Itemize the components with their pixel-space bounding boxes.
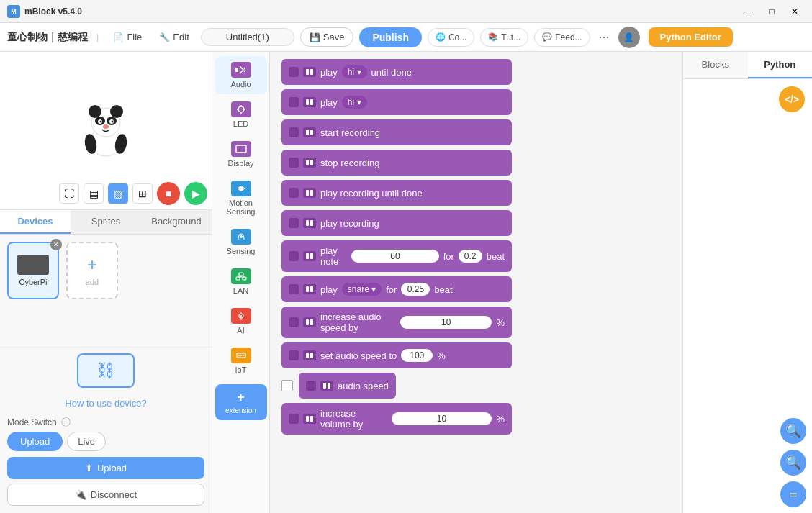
- feedback-button[interactable]: 💬 Feed...: [534, 28, 590, 47]
- category-lan[interactable]: LAN: [215, 263, 267, 301]
- svg-rect-24: [236, 277, 240, 280]
- display-icon: [231, 141, 251, 157]
- svg-rect-37: [306, 69, 309, 75]
- svg-rect-41: [306, 130, 309, 135]
- mode-switch-help[interactable]: ⓘ: [61, 416, 71, 429]
- category-iot[interactable]: IoT: [215, 342, 267, 380]
- add-extension-button[interactable]: + extension: [215, 384, 267, 420]
- block-increase-audio-speed[interactable]: increase audio speed by %: [281, 307, 512, 338]
- category-audio[interactable]: Audio: [215, 56, 267, 94]
- play-recording-label: play recording: [320, 218, 379, 229]
- block-audio-speed[interactable]: audio speed: [299, 373, 396, 399]
- category-ai[interactable]: AI: [215, 302, 267, 340]
- how-to-use-link[interactable]: How to use device?: [7, 398, 204, 409]
- block-increase-volume[interactable]: increase volume by %: [281, 403, 512, 435]
- volume-increase-input[interactable]: [392, 412, 492, 425]
- grid-layout-btn[interactable]: ⊞: [132, 183, 153, 204]
- block-icon-10: [303, 350, 316, 360]
- go-button[interactable]: ▶: [184, 182, 207, 205]
- tab-background[interactable]: Background: [141, 210, 212, 234]
- zoom-out-button[interactable]: 🔍: [780, 450, 806, 476]
- small-layout-btn[interactable]: ▤: [84, 183, 104, 204]
- file-menu[interactable]: 📄 File: [107, 29, 148, 45]
- lan-icon: [231, 268, 251, 284]
- project-name-input[interactable]: [201, 28, 294, 46]
- snare-beat-label: beat: [434, 284, 452, 295]
- svg-point-3: [110, 105, 123, 118]
- close-button[interactable]: ✕: [785, 4, 805, 19]
- menubar: 童心制物｜慈编程 | 📄 File 🔧 Edit 💾 Save Publish …: [0, 23, 812, 52]
- start-recording-label: start recording: [320, 127, 380, 138]
- publish-button[interactable]: Publish: [359, 27, 422, 47]
- main-area: ⛶ ▤ ▨ ⊞ ■ ▶ Devices Sprites Background: [0, 52, 812, 513]
- block-start-recording[interactable]: start recording: [281, 119, 512, 145]
- add-label: add: [86, 278, 99, 286]
- more-button[interactable]: ···: [596, 29, 613, 45]
- tab-devices[interactable]: Devices: [0, 210, 71, 234]
- snare-dropdown[interactable]: snare ▾: [342, 283, 382, 296]
- right-tools: 🔍 🔍 ＝: [683, 412, 812, 513]
- play-hi-dropdown[interactable]: hi ▾: [342, 65, 367, 78]
- block-play-recording-until[interactable]: play recording until done: [281, 180, 512, 206]
- snare-beat-input[interactable]: [401, 283, 430, 296]
- svg-point-34: [238, 355, 240, 356]
- svg-rect-40: [310, 99, 313, 105]
- avatar[interactable]: 👤: [618, 27, 640, 48]
- minimize-button[interactable]: —: [739, 4, 759, 19]
- block-icon-9: [303, 317, 316, 327]
- block-play-recording[interactable]: play recording: [281, 210, 512, 236]
- tab-blocks[interactable]: Blocks: [683, 52, 748, 78]
- block-play-note[interactable]: play note for beat: [281, 240, 512, 272]
- block-play-snare[interactable]: play snare ▾ for beat: [281, 276, 512, 302]
- device-close-btn[interactable]: ✕: [50, 239, 62, 250]
- svg-point-2: [89, 105, 102, 118]
- cyberpi-device-card[interactable]: ✕ CyberPi: [7, 242, 59, 299]
- block-stop-recording[interactable]: stop recording: [281, 150, 512, 176]
- reset-zoom-button[interactable]: ＝: [780, 481, 806, 507]
- code-tag-button[interactable]: </>: [779, 86, 805, 112]
- logo-icon: M: [7, 5, 20, 18]
- devices-row: ✕ CyberPi + add: [7, 242, 204, 299]
- upload-mode-button[interactable]: Upload: [7, 432, 63, 451]
- upload-big-button[interactable]: ⬆ Upload: [7, 457, 204, 479]
- maximize-button[interactable]: □: [762, 4, 782, 19]
- live-mode-button[interactable]: Live: [67, 432, 106, 451]
- iot-icon: [231, 348, 251, 363]
- python-editor-button[interactable]: Python Editor: [649, 27, 733, 47]
- svg-point-36: [243, 355, 244, 356]
- svg-rect-54: [310, 319, 313, 325]
- edit-menu[interactable]: 🔧 Edit: [153, 29, 194, 45]
- tab-python[interactable]: Python: [748, 52, 813, 78]
- split-layout-btn[interactable]: ▨: [108, 183, 128, 204]
- block-play-hi-until[interactable]: play hi ▾ until done: [281, 59, 512, 85]
- note-beat-input[interactable]: [459, 250, 482, 263]
- category-display[interactable]: Display: [215, 135, 267, 173]
- save-button[interactable]: 💾 Save: [300, 27, 354, 47]
- percent-label-1: %: [496, 317, 505, 328]
- speed-increase-input[interactable]: [400, 316, 492, 329]
- community-button[interactable]: 🌐 Co...: [428, 28, 474, 47]
- add-device-button[interactable]: + add: [66, 242, 118, 299]
- svg-rect-49: [306, 253, 309, 259]
- expand-icon-btn[interactable]: ⛶: [59, 183, 79, 204]
- category-led[interactable]: LED: [215, 96, 267, 134]
- svg-rect-48: [310, 220, 313, 226]
- tab-sprites[interactable]: Sprites: [71, 210, 141, 234]
- stop-button[interactable]: ■: [157, 182, 180, 205]
- block-play-hi[interactable]: play hi ▾: [281, 89, 512, 115]
- app-title: mBlock v5.4.0: [24, 6, 82, 17]
- audio-speed-checkbox[interactable]: [281, 380, 293, 391]
- speed-value-input[interactable]: [401, 349, 433, 362]
- category-motion[interactable]: Motion Sensing: [215, 175, 267, 222]
- disconnect-button[interactable]: 🔌 Disconnect: [7, 484, 204, 506]
- play-hi-dropdown2[interactable]: hi ▾: [342, 96, 367, 109]
- upload-live-row: Upload Live: [7, 432, 204, 451]
- block-set-audio-speed[interactable]: set audio speed to %: [281, 342, 512, 368]
- mode-switch-label: Mode Switch: [7, 417, 57, 427]
- zoom-in-button[interactable]: 🔍: [780, 418, 806, 444]
- tab-bar: Devices Sprites Background: [0, 210, 212, 235]
- note-value-input[interactable]: [351, 250, 439, 263]
- category-sensing[interactable]: Sensing: [215, 223, 267, 261]
- tutorial-button[interactable]: 📚 Tut...: [480, 28, 528, 47]
- separator: |: [96, 32, 99, 42]
